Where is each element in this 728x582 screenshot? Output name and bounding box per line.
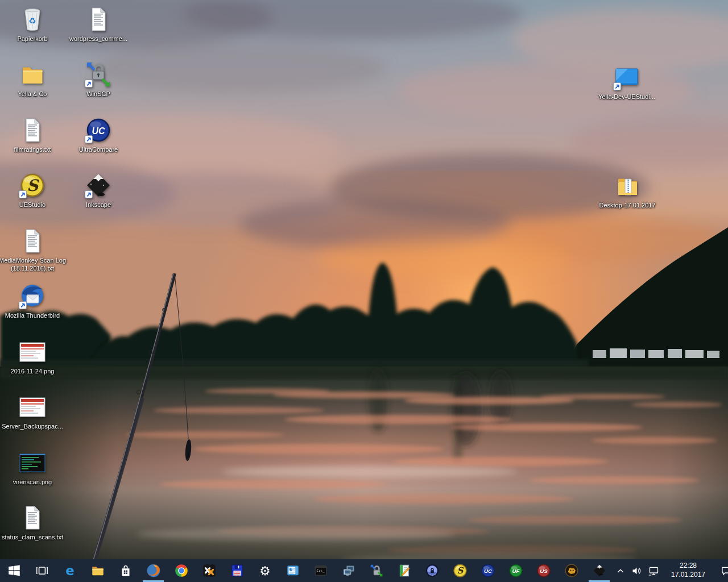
tray-network-icon[interactable] [645, 559, 662, 582]
desktop-icon-yella-dev-uestudi[interactable]: Yella-Dev-UEStudi... [592, 64, 662, 101]
svg-text:e: e [65, 563, 74, 578]
taskbar-button-chrome[interactable] [167, 559, 195, 582]
taskbar-button-start[interactable] [0, 559, 28, 582]
inkscape-icon [85, 172, 112, 199]
desktop-icon-winscp[interactable]: WinSCP [63, 61, 134, 98]
editor-pencil-icon [397, 563, 412, 578]
clock-date: 17.01.2017 [671, 571, 705, 580]
svg-text:⚙: ⚙ [259, 564, 270, 578]
svg-text:C:\_: C:\_ [316, 568, 325, 573]
double-x-icon [202, 563, 217, 578]
taskbar-button-ultracompare[interactable]: UC [474, 559, 502, 582]
shortcut-arrow-icon [19, 301, 27, 310]
desktop-icon-desktop-17-01-2017[interactable]: Desktop-17.01.2017 [592, 172, 663, 209]
text-file-icon [19, 117, 46, 144]
svg-text:S: S [457, 566, 464, 576]
text-file-icon [19, 504, 46, 531]
text-file-icon [19, 227, 46, 255]
folder-icon [19, 61, 46, 88]
desktop-icon-mediamonkey-scan-log-18-11-201[interactable]: MediaMonkey Scan Log (18.11.2016).txt [0, 227, 68, 273]
desktop-icon-papierkorb[interactable]: ♻Papierkorb [0, 6, 68, 43]
taskbar-button-remote-computers[interactable] [334, 559, 362, 582]
webpage-thumb-icon [19, 393, 46, 421]
mediamonkey-icon [564, 563, 579, 578]
winscp-small-icon [369, 563, 384, 578]
svg-text:UC: UC [92, 126, 105, 136]
taskbar-button-winscp[interactable] [362, 559, 390, 582]
desktop-icon-status-clam-scans-txt[interactable]: status_clam_scans.txt [0, 504, 68, 541]
desktop-icon-label: filmratings.txt [14, 146, 51, 153]
desktop-icon-label: WinSCP [86, 90, 110, 98]
desktop-icon-mozilla-thunderbird[interactable]: Mozilla Thunderbird [0, 282, 68, 319]
tray-volume-icon[interactable] [628, 559, 645, 582]
webpage-thumb-icon [19, 338, 46, 365]
taskbar-button-keepass[interactable] [418, 559, 446, 582]
taskbar-button-text-editor[interactable] [390, 559, 418, 582]
desktop-icon-filmratings-txt[interactable]: filmratings.txt [0, 117, 68, 153]
blue-screen-icon [613, 64, 640, 91]
taskbar-button-inkscape[interactable] [585, 559, 613, 582]
svg-text:US: US [540, 568, 548, 574]
ue-gold-icon: S [453, 563, 468, 578]
floppy-icon [230, 563, 245, 578]
windows-desktop-screen: ♻Papierkorb wordpress_comme... Yella & C… [0, 0, 728, 582]
winscp-icon [85, 61, 112, 88]
taskbar-button-file-explorer[interactable] [84, 559, 111, 582]
text-file-icon [85, 6, 112, 33]
taskbar-button-double-x-app[interactable] [195, 559, 223, 582]
desktop-icon-server-backupspac[interactable]: Server_Backupspac... [0, 393, 68, 430]
taskbar-button-ultrafinder[interactable]: UF [502, 559, 530, 582]
taskbar-button-edge[interactable]: e [56, 559, 84, 582]
desktop[interactable]: ♻Papierkorb wordpress_comme... Yella & C… [0, 0, 728, 582]
svg-text:UC: UC [483, 568, 492, 574]
taskbar-button-settings[interactable]: ⚙ [251, 559, 279, 582]
gear-icon: ⚙ [258, 563, 272, 578]
taskbar[interactable]: e ⚙ C:\_ S UC UF US [0, 559, 728, 582]
recycle-bin-icon: ♻ [19, 6, 46, 33]
desktop-icon-wordpress-comme[interactable]: wordpress_comme... [63, 6, 134, 43]
svg-text:S: S [27, 176, 40, 195]
desktop-icon-label: Papierkorb [17, 35, 47, 43]
taskbar-button-system-control-panel[interactable] [279, 559, 307, 582]
desktop-icon-label: UltraCompare [79, 146, 118, 153]
desktop-icon-uestudio[interactable]: S UEStudio [0, 172, 68, 209]
desktop-icon-label: Mozilla Thunderbird [5, 311, 60, 319]
desktop-icon-2016-11-24-png[interactable]: 2016-11-24.png [0, 338, 68, 375]
desktop-icon-yella-co[interactable]: Yella & Co [0, 61, 68, 98]
taskbar-button-uestudio[interactable]: S [446, 559, 474, 582]
uc-blue-icon: UC [481, 563, 495, 578]
action-center-icon[interactable] [714, 559, 728, 582]
taskbar-button-floppy-disk-app[interactable] [223, 559, 251, 582]
thunderbird-icon [19, 282, 46, 310]
system-tray: 22:28 17.01.2017 [613, 559, 728, 582]
desktop-icon-label: MediaMonkey Scan Log (18.11.2016).txt [0, 256, 68, 273]
desktop-icon-label: Yella-Dev-UEStudi... [598, 93, 655, 101]
taskbar-button-firefox[interactable] [139, 559, 167, 582]
svg-text:♻: ♻ [28, 16, 36, 26]
desktop-icon-ultracompare[interactable]: UC UltraCompare [63, 117, 134, 153]
taskbar-button-windows-store[interactable] [111, 559, 139, 582]
desktop-icon-inkscape[interactable]: Inkscape [63, 172, 134, 209]
edge-icon: e [63, 563, 77, 578]
taskbar-button-mediamonkey[interactable] [557, 559, 585, 582]
desktop-icon-label: wordpress_comme... [69, 35, 127, 43]
shortcut-arrow-icon [613, 82, 622, 91]
shortcut-arrow-icon [85, 190, 93, 199]
shortcut-arrow-icon [85, 80, 93, 88]
tray-clock[interactable]: 22:28 17.01.2017 [662, 562, 714, 579]
desktop-icon-label: Desktop-17.01.2017 [599, 201, 655, 209]
us-red-icon: US [536, 563, 551, 578]
clock-time: 22:28 [680, 562, 697, 571]
svg-text:UF: UF [512, 568, 520, 574]
taskbar-button-ultrasentry[interactable]: US [530, 559, 557, 582]
cmd-icon: C:\_ [313, 563, 328, 578]
desktop-icon-label: Server_Backupspac... [2, 422, 63, 430]
desktop-icon-label: status_clam_scans.txt [2, 533, 63, 541]
shortcut-arrow-icon [85, 135, 93, 144]
control-panel-icon [286, 563, 300, 578]
taskbar-button-task-view[interactable] [28, 559, 56, 582]
desktop-icon-virenscan-png[interactable]: virenscan.png [0, 449, 68, 486]
taskbar-button-command-prompt[interactable]: C:\_ [307, 559, 334, 582]
tray-chevron-up-icon[interactable] [613, 559, 628, 582]
keepass-icon [425, 563, 440, 578]
